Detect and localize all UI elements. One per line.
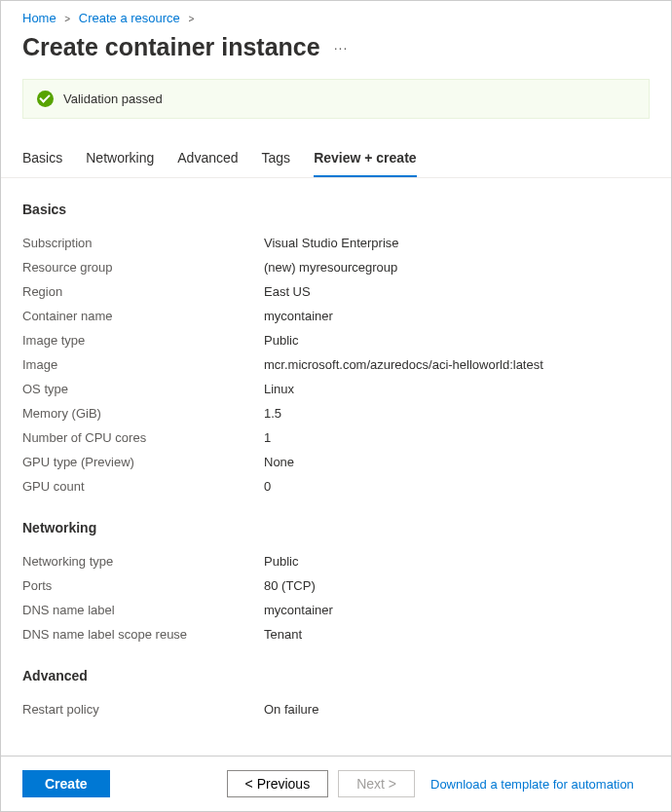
kv-val: mycontainer	[264, 603, 333, 617]
kv-row: GPU type (Preview)None	[22, 450, 650, 474]
kv-key: Memory (GiB)	[22, 406, 264, 421]
kv-key: Subscription	[22, 236, 264, 250]
kv-key: Resource group	[22, 260, 264, 275]
kv-row: Memory (GiB)1.5	[22, 401, 650, 425]
kv-val: Linux	[264, 382, 294, 396]
kv-val: Public	[264, 554, 298, 569]
tab-review-create[interactable]: Review + create	[314, 150, 416, 177]
kv-val: On failure	[264, 702, 318, 717]
section-title-networking: Networking	[22, 520, 650, 535]
tab-advanced[interactable]: Advanced	[177, 150, 238, 177]
kv-key: GPU type (Preview)	[22, 455, 264, 469]
kv-val: 1.5	[264, 406, 281, 421]
kv-row: Ports80 (TCP)	[22, 573, 650, 598]
kv-row: DNS name label scope reuseTenant	[22, 622, 650, 646]
kv-row: Imagemcr.microsoft.com/azuredocs/aci-hel…	[22, 352, 650, 377]
kv-row: RegionEast US	[22, 279, 650, 304]
section-title-basics: Basics	[22, 202, 650, 217]
kv-key: DNS name label scope reuse	[22, 627, 264, 642]
kv-key: Region	[22, 284, 264, 299]
section-title-advanced: Advanced	[22, 668, 650, 683]
tab-basics[interactable]: Basics	[22, 150, 62, 177]
tab-tags[interactable]: Tags	[262, 150, 291, 177]
kv-key: Image type	[22, 333, 264, 348]
kv-val: 0	[264, 479, 271, 494]
kv-row: GPU count0	[22, 474, 650, 498]
kv-val: East US	[264, 284, 311, 299]
more-actions-icon[interactable]: ···	[334, 40, 349, 55]
chevron-right-icon: >	[64, 14, 70, 24]
kv-val: Tenant	[264, 627, 302, 642]
create-button[interactable]: Create	[22, 770, 110, 797]
kv-val: None	[264, 455, 294, 469]
breadcrumb: Home > Create a resource >	[1, 1, 671, 29]
kv-row: OS typeLinux	[22, 377, 650, 401]
kv-row: Networking typePublic	[22, 549, 650, 573]
kv-val: Public	[264, 333, 298, 348]
kv-row: Restart policyOn failure	[22, 697, 650, 721]
kv-val: 1	[264, 430, 271, 445]
kv-row: Container namemycontainer	[22, 304, 650, 328]
kv-row: Number of CPU cores1	[22, 425, 650, 450]
validation-banner: Validation passed	[22, 79, 650, 119]
page-title: Create container instance	[22, 33, 320, 61]
kv-val: (new) myresourcegroup	[264, 260, 397, 275]
kv-key: OS type	[22, 382, 264, 396]
check-circle-icon	[37, 91, 54, 107]
kv-row: DNS name labelmycontainer	[22, 598, 650, 622]
kv-row: Image typePublic	[22, 328, 650, 352]
download-template-link[interactable]: Download a template for automation	[430, 777, 634, 792]
validation-message: Validation passed	[63, 92, 163, 106]
chevron-right-icon: >	[188, 14, 194, 24]
tab-networking[interactable]: Networking	[86, 150, 154, 177]
kv-key: Networking type	[22, 554, 264, 569]
kv-row: SubscriptionVisual Studio Enterprise	[22, 231, 650, 255]
kv-key: Ports	[22, 578, 264, 593]
kv-key: DNS name label	[22, 603, 264, 617]
kv-key: Container name	[22, 309, 264, 323]
kv-key: GPU count	[22, 479, 264, 494]
kv-val: 80 (TCP)	[264, 578, 316, 593]
page-header: Create container instance ···	[1, 29, 671, 73]
kv-row: Resource group(new) myresourcegroup	[22, 255, 650, 279]
breadcrumb-home[interactable]: Home	[22, 11, 56, 25]
kv-key: Image	[22, 357, 264, 372]
kv-val: mcr.microsoft.com/azuredocs/aci-hellowor…	[264, 357, 543, 372]
previous-button[interactable]: < Previous	[227, 770, 329, 797]
next-button: Next >	[338, 770, 415, 797]
kv-key: Restart policy	[22, 702, 264, 717]
kv-key: Number of CPU cores	[22, 430, 264, 445]
review-content: Basics SubscriptionVisual Studio Enterpr…	[1, 178, 671, 727]
breadcrumb-create-resource[interactable]: Create a resource	[79, 11, 180, 25]
footer: Create < Previous Next > Download a temp…	[1, 756, 671, 811]
kv-val: mycontainer	[264, 309, 333, 323]
tabs: Basics Networking Advanced Tags Review +…	[1, 130, 671, 178]
kv-val: Visual Studio Enterprise	[264, 236, 399, 250]
